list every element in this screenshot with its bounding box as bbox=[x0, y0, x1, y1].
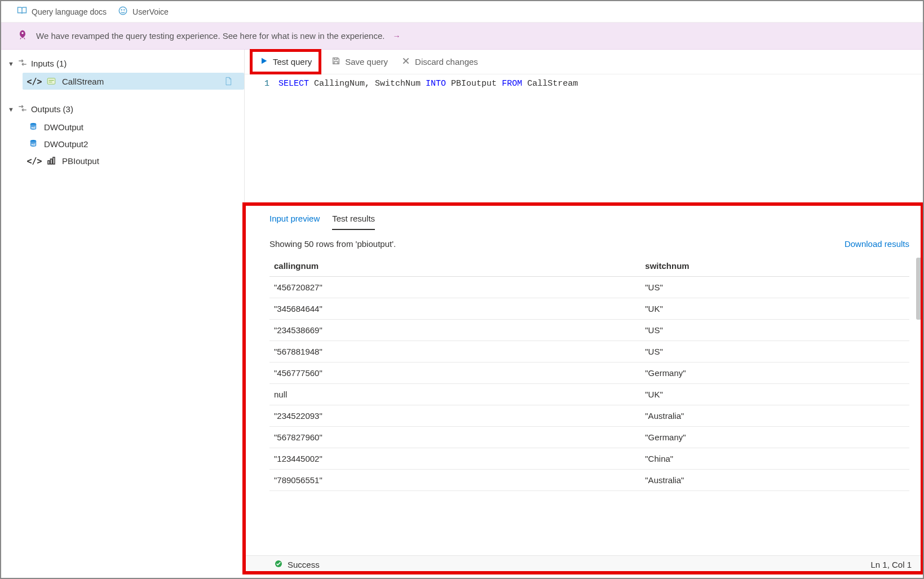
caret-down-icon: ▼ bbox=[8, 106, 14, 113]
results-summary: Showing 50 rows from 'pbioutput'. bbox=[269, 239, 396, 249]
revamp-banner: We have revamped the query testing exper… bbox=[1, 23, 923, 50]
inputs-io-icon bbox=[17, 58, 28, 69]
sql-icon: sql bbox=[28, 122, 38, 132]
sidebar-item-dwoutput2[interactable]: sql DWOutput2 bbox=[23, 135, 244, 152]
cell-switchnum: "UK" bbox=[640, 298, 909, 320]
sidebar-item-pbioutput[interactable]: </> PBIoutput bbox=[23, 152, 244, 169]
banner-text: We have revamped the query testing exper… bbox=[36, 31, 384, 41]
save-icon bbox=[331, 56, 341, 67]
cell-switchnum: "UK" bbox=[640, 384, 909, 405]
cell-callingnum: "789056551" bbox=[269, 470, 640, 491]
test-query-label: Test query bbox=[273, 57, 312, 67]
status-success: Success bbox=[274, 559, 320, 570]
sidebar-item-dwoutput[interactable]: sql DWOutput bbox=[23, 118, 244, 135]
workspace: ▼ Inputs (1) </> CallStream ▼ bbox=[1, 50, 923, 573]
action-bar: Test query Save query Discard changes bbox=[245, 50, 923, 74]
outputs-header-label: Outputs (3) bbox=[31, 104, 73, 114]
cell-switchnum: "Germany" bbox=[640, 363, 909, 384]
svg-point-2 bbox=[124, 10, 125, 10]
book-icon bbox=[17, 6, 27, 17]
cell-callingnum: null bbox=[269, 384, 640, 405]
results-summary-row: Showing 50 rows from 'pbioutput'. Downlo… bbox=[245, 230, 923, 255]
query-docs-link[interactable]: Query language docs bbox=[17, 6, 107, 17]
save-query-button[interactable]: Save query bbox=[325, 52, 395, 72]
test-query-highlight: Test query bbox=[250, 49, 321, 74]
table-row[interactable]: "456777560""Germany" bbox=[269, 363, 909, 384]
uservoice-label: UserVoice bbox=[132, 7, 169, 16]
document-icon bbox=[224, 77, 233, 86]
sidebar-item-label: CallStream bbox=[62, 77, 104, 86]
col-callingnum: callingnum bbox=[269, 255, 640, 277]
sidebar-item-label: PBIoutput bbox=[62, 156, 99, 166]
discard-button[interactable]: Discard changes bbox=[395, 52, 485, 72]
table-row[interactable]: null"UK" bbox=[269, 384, 909, 405]
download-results-link[interactable]: Download results bbox=[845, 239, 909, 249]
table-header-row: callingnum switchnum bbox=[269, 255, 909, 277]
results-table-wrap[interactable]: callingnum switchnum "456720827""US""345… bbox=[245, 255, 923, 555]
discard-label: Discard changes bbox=[415, 57, 478, 67]
results-tabs: Input preview Test results bbox=[245, 206, 923, 230]
smiley-icon bbox=[118, 6, 128, 17]
sidebar-item-callstream[interactable]: </> CallStream bbox=[23, 73, 244, 90]
sql-icon: sql bbox=[28, 139, 38, 149]
tab-test-results[interactable]: Test results bbox=[332, 214, 375, 230]
sidebar-item-label: DWOutput bbox=[44, 122, 83, 132]
caret-down-icon: ▼ bbox=[8, 60, 14, 67]
table-row[interactable]: "123445002""China" bbox=[269, 448, 909, 470]
svg-point-3 bbox=[21, 32, 23, 34]
cursor-position: Ln 1, Col 1 bbox=[870, 560, 912, 569]
success-icon bbox=[274, 559, 283, 570]
cell-switchnum: "US" bbox=[640, 320, 909, 341]
cell-callingnum: "234538669" bbox=[269, 320, 640, 341]
cell-switchnum: "US" bbox=[640, 341, 909, 363]
table-row[interactable]: "234538669""US" bbox=[269, 320, 909, 341]
svg-rect-11 bbox=[53, 157, 55, 164]
main-panel: Test query Save query Discard changes 1 bbox=[245, 50, 923, 573]
table-row[interactable]: "456720827""US" bbox=[269, 277, 909, 298]
close-icon bbox=[401, 56, 410, 67]
code-icon: </> bbox=[28, 77, 41, 86]
table-row[interactable]: "567881948""US" bbox=[269, 341, 909, 363]
cell-switchnum: "Australia" bbox=[640, 405, 909, 427]
sidebar: ▼ Inputs (1) </> CallStream ▼ bbox=[1, 50, 245, 573]
code-icon: </> bbox=[28, 156, 41, 165]
top-links-bar: Query language docs UserVoice bbox=[1, 1, 923, 23]
sidebar-item-label: DWOutput2 bbox=[44, 139, 88, 149]
play-icon bbox=[259, 56, 268, 67]
svg-point-0 bbox=[119, 7, 127, 15]
cell-callingnum: "123445002" bbox=[269, 448, 640, 470]
table-row[interactable]: "789056551""Australia" bbox=[269, 470, 909, 491]
uservoice-link[interactable]: UserVoice bbox=[118, 6, 169, 17]
svg-rect-4 bbox=[47, 78, 55, 85]
table-row[interactable]: "234522093""Australia" bbox=[269, 405, 909, 427]
svg-rect-9 bbox=[48, 161, 50, 164]
stream-icon bbox=[46, 76, 56, 86]
outputs-list: sql DWOutput sql DWOutput2 </> PBIoutput bbox=[1, 118, 244, 169]
cell-callingnum: "345684644" bbox=[269, 298, 640, 320]
results-panel: Input preview Test results Showing 50 ro… bbox=[245, 205, 923, 573]
cell-callingnum: "456720827" bbox=[269, 277, 640, 298]
cell-switchnum: "Germany" bbox=[640, 427, 909, 448]
code-content[interactable]: SELECT CallingNum, SwitchNum INTO PBIout… bbox=[278, 74, 923, 205]
tab-input-preview[interactable]: Input preview bbox=[269, 214, 320, 230]
query-docs-label: Query language docs bbox=[32, 7, 107, 16]
banner-arrow-icon[interactable]: → bbox=[392, 32, 400, 41]
svg-point-1 bbox=[121, 10, 122, 10]
line-number: 1 bbox=[245, 79, 269, 89]
status-bar: Success Ln 1, Col 1 bbox=[245, 555, 923, 573]
svg-rect-13 bbox=[335, 58, 338, 60]
cell-callingnum: "567827960" bbox=[269, 427, 640, 448]
svg-rect-12 bbox=[334, 61, 338, 64]
outputs-header[interactable]: ▼ Outputs (3) bbox=[1, 100, 244, 118]
table-row[interactable]: "345684644""UK" bbox=[269, 298, 909, 320]
cell-callingnum: "456777560" bbox=[269, 363, 640, 384]
scrollbar-thumb[interactable] bbox=[916, 258, 922, 320]
svg-text:sql: sql bbox=[31, 126, 36, 129]
results-table: callingnum switchnum "456720827""US""345… bbox=[269, 255, 909, 491]
status-success-label: Success bbox=[288, 560, 320, 569]
test-query-button[interactable]: Test query bbox=[253, 52, 319, 72]
svg-rect-10 bbox=[51, 159, 52, 164]
query-editor[interactable]: 1 SELECT CallingNum, SwitchNum INTO PBIo… bbox=[245, 74, 923, 205]
inputs-header[interactable]: ▼ Inputs (1) bbox=[1, 54, 244, 73]
table-row[interactable]: "567827960""Germany" bbox=[269, 427, 909, 448]
